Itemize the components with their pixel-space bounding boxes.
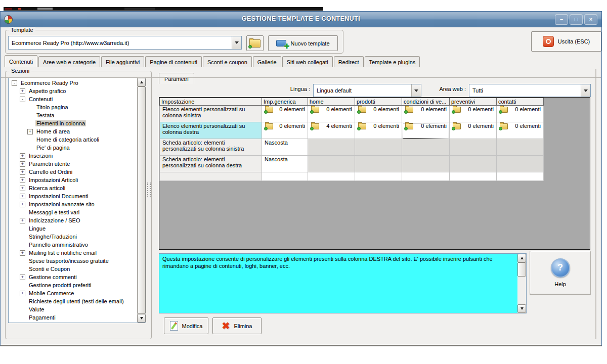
tree-scrollbar[interactable]	[137, 78, 146, 323]
new-template-button[interactable]: Nuovo template	[268, 35, 338, 51]
elimina-button[interactable]: ✖ Elimina	[212, 317, 262, 334]
scroll-up-button[interactable]	[137, 78, 146, 86]
collapse-icon[interactable]: -	[20, 97, 25, 102]
tree-item-indicizzazione-seo[interactable]: +Indicizzazione / SEO	[9, 216, 137, 224]
tab-parametri[interactable]: Parametri	[159, 73, 194, 84]
open-template-folder-button[interactable]	[246, 35, 264, 51]
scrollbar-thumb[interactable]	[137, 86, 146, 314]
tab-file-aggiuntivi[interactable]: File aggiuntivi	[101, 56, 144, 67]
tree-item-ricerca-articoli[interactable]: +Ricerca articoli	[9, 184, 137, 192]
tree-item-aspetto-grafico[interactable]: +Aspetto grafico	[9, 87, 137, 95]
expand-icon[interactable]: +	[27, 129, 33, 134]
tab-pagine-di-contenuti[interactable]: Pagine di contenuti	[145, 56, 202, 67]
maximize-button[interactable]: □	[570, 14, 583, 25]
tree-item-messaggi-e-testi-vari[interactable]: Messaggi e testi vari	[9, 208, 137, 216]
tree-item-lingue[interactable]: Lingue	[9, 224, 137, 233]
col-impostazione[interactable]: Impostazione	[160, 98, 262, 106]
close-button[interactable]: ×	[584, 14, 597, 25]
tree-item-testata[interactable]: Testata	[9, 111, 137, 119]
row-label[interactable]: Scheda articolo: elementi personalizzati…	[160, 139, 262, 156]
description-scrollbar[interactable]	[517, 254, 526, 313]
cell[interactable]	[497, 172, 544, 181]
row-label[interactable]: Elenco elementi personalizzati su colonn…	[160, 106, 262, 122]
tree-item-mailing-list-e-notifiche-email[interactable]: +Mailing list e notifiche email	[9, 249, 137, 257]
tree-item-home-di-area[interactable]: +Home di area	[9, 127, 137, 135]
tree-item-inserzioni[interactable]: +Inserzioni	[9, 152, 137, 160]
tab-contenuti[interactable]: Contenuti	[5, 55, 37, 67]
expand-icon[interactable]: +	[20, 177, 25, 183]
cell-focused[interactable]: 0 elementi	[402, 122, 450, 139]
tree-item-impostazioni-articoli[interactable]: +Impostazioni Articoli	[9, 176, 137, 184]
cell[interactable]	[402, 172, 450, 181]
col-home[interactable]: home	[308, 98, 355, 106]
expand-icon[interactable]: +	[20, 186, 25, 191]
col-imp-generica[interactable]: Imp.generica	[262, 98, 308, 106]
col-contatti[interactable]: contatti	[497, 98, 544, 106]
tab-siti-web-collegati[interactable]: Siti web collegati	[282, 56, 333, 67]
template-combobox[interactable]: Ecommerce Ready Pro (http://www.w3arreda…	[8, 36, 242, 50]
scroll-down-button[interactable]	[517, 304, 526, 313]
tree-item-impostazioni-avanzate-sito[interactable]: +Impostazioni avanzate sito	[9, 200, 137, 208]
area-web-combobox[interactable]: Tutti	[469, 84, 591, 97]
tree-item-impostazioni-documenti[interactable]: +Impostazioni Documenti	[9, 192, 137, 200]
tree-item-parametri-utente[interactable]: +Parametri utente	[9, 160, 137, 168]
col-condizioni[interactable]: condizioni di ve...	[402, 98, 450, 106]
cell[interactable]: 0 elementi	[402, 106, 450, 122]
lingua-combobox-dropdown-button[interactable]	[411, 84, 421, 97]
expand-icon[interactable]: +	[20, 169, 25, 175]
expand-icon[interactable]: +	[20, 275, 25, 280]
row-label[interactable]	[160, 172, 262, 181]
cell[interactable]: 0 elementi	[497, 122, 544, 139]
modifica-button[interactable]: Modifica	[164, 317, 208, 334]
expand-icon[interactable]: +	[20, 161, 25, 167]
cell[interactable]: 0 elementi	[450, 122, 497, 139]
expand-icon[interactable]: +	[20, 218, 25, 223]
minimize-button[interactable]: –	[555, 14, 568, 25]
row-label[interactable]: Scheda articolo: elementi personalizzati…	[160, 156, 262, 172]
tree-item-elementi-in-colonna[interactable]: Elementi in colonna	[9, 119, 137, 127]
tab-template-e-plugins[interactable]: Template e plugins	[365, 56, 420, 67]
tree-item-mobile-commerce[interactable]: +Mobile Commerce	[9, 289, 137, 297]
cell[interactable]: 0 elementi	[262, 106, 308, 122]
template-combobox-dropdown-button[interactable]	[232, 36, 241, 49]
tree-item-spese-trasporto-incasso-gratuite[interactable]: Spese trasporto/incasso gratuite	[9, 257, 137, 265]
area-web-combobox-dropdown-button[interactable]	[581, 84, 590, 97]
expand-icon[interactable]: +	[20, 194, 25, 199]
cell[interactable]: 0 elementi	[355, 106, 402, 122]
tree-item-home-di-categoria-articoli[interactable]: Home di categoria articoli	[9, 135, 137, 144]
scrollbar-track[interactable]	[517, 277, 526, 304]
tree-item-valute[interactable]: Valute	[9, 305, 137, 313]
cell[interactable]: Nascosta	[262, 139, 308, 156]
tree-item-ecommerce-ready-pro[interactable]: -Ecommerce Ready Pro	[9, 79, 137, 87]
collapse-icon[interactable]: -	[12, 80, 17, 86]
tree-item-titolo-pagina[interactable]: Titolo pagina	[9, 103, 137, 111]
scroll-up-button[interactable]	[517, 254, 526, 262]
cell[interactable]: 0 elementi	[497, 106, 544, 122]
expand-icon[interactable]: +	[20, 250, 25, 256]
tree-item-gestione-commenti[interactable]: +Gestione commenti	[9, 273, 137, 281]
cell[interactable]: Nascosta	[262, 156, 308, 172]
help-button[interactable]: ? Help	[530, 251, 591, 294]
title-bar[interactable]: GESTIONE TEMPLATE E CONTENUTI – □ ×	[1, 12, 601, 27]
tree-item-carrello-ed-ordini[interactable]: +Carrello ed Ordini	[9, 168, 137, 176]
col-preventivi[interactable]: preventivi	[450, 98, 497, 106]
row-label[interactable]: Elenco elementi personalizzati su colonn…	[160, 122, 262, 139]
cell[interactable]: 0 elementi	[308, 106, 355, 122]
col-prodotti[interactable]: prodotti	[355, 98, 402, 106]
cell[interactable]	[308, 172, 355, 181]
cell[interactable]	[262, 172, 308, 181]
tab-redirect[interactable]: Redirect	[334, 56, 364, 67]
cell[interactable]	[450, 172, 497, 181]
expand-icon[interactable]: +	[20, 202, 25, 207]
expand-icon[interactable]: +	[20, 291, 25, 296]
expand-icon[interactable]: +	[20, 88, 25, 94]
tab-aree-web-e-categorie[interactable]: Aree web e categorie	[38, 56, 100, 67]
cell[interactable]: 0 elementi	[355, 122, 402, 139]
tree-item-stringhe-traduzioni[interactable]: Stringhe/Traduzioni	[9, 233, 137, 241]
tree-item-pannello-amministrativo[interactable]: Pannello amministrativo	[9, 241, 137, 249]
tree-item-richieste-degli-utenti[interactable]: Richieste degli utenti (testi delle emai…	[9, 297, 137, 305]
tree-item-gestione-prodotti-preferiti[interactable]: Gestione prodotti preferiti	[9, 281, 137, 289]
tab-gallerie[interactable]: Gallerie	[253, 56, 281, 67]
cell[interactable]	[355, 172, 402, 181]
cell[interactable]: 0 elementi	[450, 106, 497, 122]
